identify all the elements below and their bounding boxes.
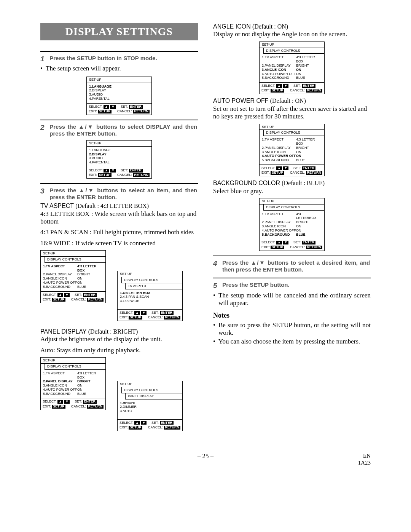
step-number: 2 <box>40 123 48 132</box>
osd-title: SET-UP <box>41 358 105 364</box>
step-text: Press the ▲/▼ buttons to select DISPLAY … <box>49 123 197 137</box>
osd-footer: SELECT: ▲ ▼SET: ENTER EXIT: SETUPCANCEL:… <box>260 165 324 176</box>
step-text: Press the ▲/▼ buttons to select an item,… <box>49 187 197 201</box>
osd-dc-auto-power-off: SET-UP DISPLAY CONTROLS 1.TV ASPECT4:3 L… <box>259 124 325 177</box>
osd-footer: SELECT: ▲ ▼SET: ENTER EXIT: SETUPCANCEL:… <box>118 309 182 321</box>
step-text: Press the SETUP button in STOP mode. <box>49 55 197 62</box>
osd-footer: SELECT: ▲ ▼SET: ENTER EXIT: SETUPCANCEL:… <box>260 82 324 94</box>
param-line: Display or not display the Angle icon on… <box>213 30 371 38</box>
osd-subtitle: DISPLAY CONTROLS <box>263 130 324 136</box>
osd-footer: SELECT: ▲ ▼SET: ENTER EXIT: SETUPCANCEL:… <box>41 291 105 303</box>
param-line: 4:3 PAN & SCAN : Full height picture, tr… <box>40 228 198 236</box>
param-panel-display: PANEL DISPLAY (Default : BRIGHT) Adjust … <box>40 328 198 354</box>
footer-code: 1A23 <box>358 460 371 466</box>
step-text: Press the ▲/▼ buttons to select a desire… <box>222 259 370 273</box>
osd-item: 2.DISPLAY <box>89 152 149 157</box>
osd-subtitle: DISPLAY CONTROLS <box>263 204 324 211</box>
param-default: (Default : BRIGHT) <box>88 328 138 335</box>
param-line: Select blue or gray. <box>213 187 371 195</box>
osd-footer: SELECT: ▲ ▼ SET: ENTER EXIT: SETUP CANCE… <box>87 167 151 178</box>
step-5-note: The setup mode will be canceled and the … <box>213 292 371 307</box>
param-line: Adjust the brightness of the display of … <box>40 335 198 343</box>
osd-item: 1.4:3 LETTER BOX <box>120 291 180 295</box>
osd-footer: SELECT: ▲ ▼ SET: ENTER EXIT: SETUP CANCE… <box>87 103 151 115</box>
osd-subtitle: DISPLAY CONTROLS <box>45 257 105 263</box>
notes-heading: Notes <box>213 312 371 320</box>
osd-title: SET-UP <box>41 251 105 257</box>
param-title: AUTO POWER OFF <box>213 97 268 104</box>
param-background: BACKGROUND COLOR (Default : BLUE) Select… <box>213 179 371 195</box>
osd-subtitle: DISPLAY CONTROLS <box>45 364 105 370</box>
param-default: (Default : 4:3 LETTER BOX) <box>75 203 149 209</box>
osd-dc-panel-display: SET-UP DISPLAY CONTROLS 1.TV ASPECT4:3 L… <box>40 357 106 410</box>
param-default: (Default : BLUE) <box>282 180 325 186</box>
osd-subtitle: DISPLAY CONTROLS <box>121 277 182 283</box>
osd-item: 1.LANGUAGE <box>89 85 149 89</box>
osd-item: 1.LANGUAGE <box>89 148 149 152</box>
param-line: Auto: Stays dim only during playback. <box>40 347 198 354</box>
osd-setup-main-1: SET-UP 1.LANGUAGE 2.DISPLAY 3.AUDIO 4.PA… <box>86 77 152 115</box>
step-5: 5 Press the SETUP button. <box>213 281 371 290</box>
param-title: ANGLE ICON <box>213 23 251 30</box>
param-line: 16:9 WIDE : If wide screen TV is connect… <box>40 240 198 247</box>
footer-lang: EN <box>363 453 371 459</box>
param-title: PANEL DISPLAY <box>40 328 87 335</box>
param-title: TV ASPECT <box>40 203 74 209</box>
osd-title: SET-UP <box>260 42 324 48</box>
osd-title: SET-UP <box>260 124 324 130</box>
step-1: 1 Press the SETUP button in STOP mode. <box>40 55 198 64</box>
osd-item: 3.AUDIO <box>89 156 149 160</box>
osd-title: SET-UP <box>118 271 182 277</box>
page-footer: – 25 – EN 1A23 <box>0 452 411 483</box>
osd-item: 1.BRIGHT <box>120 401 180 405</box>
osd-footer: SELECT: ▲ ▼SET: ENTER EXIT: SETUPCANCEL:… <box>41 398 105 409</box>
osd-dc-angle-icon: SET-UP DISPLAY CONTROLS 1.TV ASPECT4:3 L… <box>259 42 325 94</box>
osd-item: 4.PARENTAL <box>89 97 149 101</box>
step-number: 1 <box>40 55 48 64</box>
step-number: 5 <box>213 281 221 290</box>
step-2: 2 Press the ▲/▼ buttons to select DISPLA… <box>40 123 198 137</box>
osd-title: SET-UP <box>87 141 151 147</box>
osd-tv-aspect-options: SET-UP DISPLAY CONTROLS TV ASPECT 1.4:3 … <box>117 271 183 321</box>
section-title: DISPLAY SETTINGS <box>40 23 198 40</box>
osd-item: 3.16:9 WIDE <box>120 299 180 303</box>
osd-subtitle: TV ASPECT <box>125 283 182 289</box>
osd-title: SET-UP <box>87 77 151 83</box>
param-auto-power-off: AUTO POWER OFF (Default : ON) Set or not… <box>213 97 371 120</box>
osd-item: 2.DIMMER <box>120 405 180 409</box>
param-angle-icon: ANGLE ICON (Default : ON) Display or not… <box>213 23 371 38</box>
osd-setup-main-2: SET-UP 1.LANGUAGE 2.DISPLAY 3.AUDIO 4.PA… <box>86 140 152 179</box>
osd-dc-tv-aspect: SET-UP DISPLAY CONTROLS 1.TV ASPECT4:3 L… <box>40 250 106 303</box>
note-item: You can also choose the item by pressing… <box>213 338 371 345</box>
step-text: Press the SETUP button. <box>222 281 370 288</box>
osd-panel-display-options: SET-UP DISPLAY CONTROLS PANEL DISPLAY 1.… <box>117 381 183 431</box>
param-line: Set or not set to turn off after the scr… <box>213 105 371 121</box>
osd-title: SET-UP <box>260 198 324 204</box>
param-title: BACKGROUND COLOR <box>213 180 280 186</box>
osd-item: 3.AUDIO <box>89 93 149 97</box>
param-default: (Default : ON) <box>252 23 288 30</box>
osd-subtitle: PANEL DISPLAY <box>125 393 182 399</box>
osd-title: SET-UP <box>118 381 182 387</box>
osd-item: 3.AUTO <box>120 409 180 413</box>
page-number: – 25 – <box>198 452 214 460</box>
step-number: 3 <box>40 187 48 196</box>
step-number: 4 <box>213 259 221 268</box>
step-1-note: The setup screen will appear. <box>40 65 198 72</box>
osd-footer: SELECT: ▲ ▼SET: ENTER EXIT: SETUPCANCEL:… <box>260 239 324 250</box>
osd-item: 2.4:3 PAN & SCAN <box>120 295 180 299</box>
osd-subtitle: DISPLAY CONTROLS <box>121 387 182 393</box>
param-default: (Default : ON) <box>270 97 306 104</box>
osd-footer: SELECT: ▲ ▼SET: ENTER EXIT: SETUPCANCEL:… <box>118 419 182 431</box>
step-3: 3 Press the ▲/▼ buttons to select an ite… <box>40 187 198 201</box>
note-item: Be sure to press the SETUP button, or th… <box>213 321 371 337</box>
osd-item: 4.PARENTAL <box>89 160 149 165</box>
osd-item: 2.DISPLAY <box>89 88 149 93</box>
osd-dc-background: SET-UP DISPLAY CONTROLS 1.TV ASPECT4:3 L… <box>259 198 325 251</box>
param-line: 4:3 LETTER BOX : Wide screen with black … <box>40 210 198 226</box>
step-4: 4 Press the ▲/▼ buttons to select a desi… <box>213 259 371 273</box>
osd-subtitle: DISPLAY CONTROLS <box>263 48 324 54</box>
param-tv-aspect: TV ASPECT (Default : 4:3 LETTER BOX) 4:3… <box>40 202 198 247</box>
